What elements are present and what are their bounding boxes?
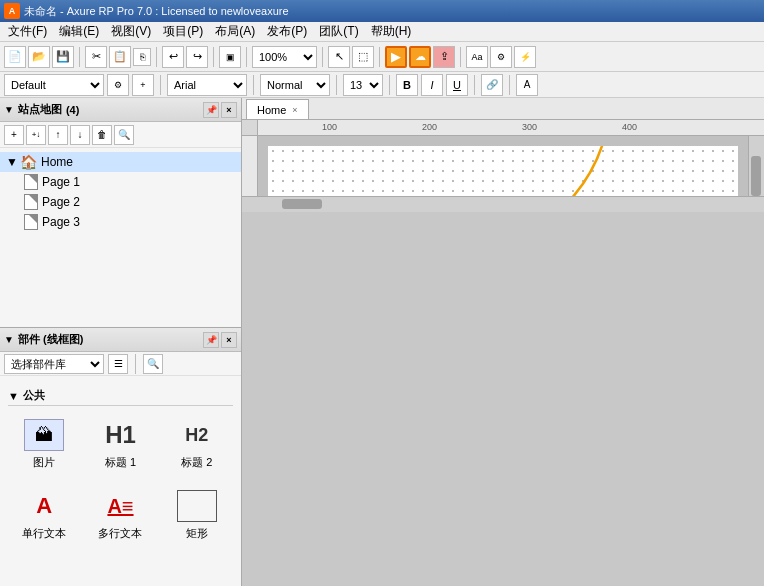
menu-edit[interactable]: 编辑(E) bbox=[53, 21, 105, 42]
sitemap-up-button[interactable]: ↑ bbox=[48, 125, 68, 145]
text-single-label: 单行文本 bbox=[22, 526, 66, 541]
size-select[interactable]: 13 bbox=[343, 74, 383, 96]
page1-label: Page 1 bbox=[42, 175, 80, 189]
menu-view[interactable]: 视图(V) bbox=[105, 21, 157, 42]
underline-button[interactable]: U bbox=[446, 74, 468, 96]
widget-panel: ▼ 部件 (线框图) 📌 × 选择部件库 ☰ 🔍 ▼ 公共 bbox=[0, 328, 241, 586]
widget-image[interactable]: 图片 bbox=[8, 410, 80, 477]
global-vars-button[interactable]: ⚙ bbox=[490, 46, 512, 68]
style-manager-button[interactable]: ⚙ bbox=[107, 74, 129, 96]
canvas-area: Home × 100 200 300 400 100 200 300 bbox=[242, 98, 764, 586]
menu-help[interactable]: 帮助(H) bbox=[365, 21, 418, 42]
widget-toolbar: 选择部件库 ☰ 🔍 bbox=[0, 352, 241, 376]
home-icon: 🏠 bbox=[20, 154, 37, 170]
sitemap-page3[interactable]: Page 3 bbox=[20, 212, 241, 232]
menu-project[interactable]: 项目(P) bbox=[157, 21, 209, 42]
rect-icon-shape bbox=[177, 490, 217, 522]
fsep4 bbox=[389, 75, 390, 95]
canvas-tab-home[interactable]: Home × bbox=[246, 99, 309, 119]
open-button[interactable]: 📂 bbox=[28, 46, 50, 68]
tab-close-icon[interactable]: × bbox=[292, 105, 297, 115]
sitemap-search-button[interactable]: 🔍 bbox=[114, 125, 134, 145]
sitemap-delete-button[interactable]: 🗑 bbox=[92, 125, 112, 145]
title-bar: A 未命名 - Axure RP Pro 7.0 : Licensed to n… bbox=[0, 0, 764, 22]
collapse-icon: ▼ bbox=[8, 390, 19, 402]
share-button[interactable]: ⇪ bbox=[433, 46, 455, 68]
font-select[interactable]: Arial bbox=[167, 74, 247, 96]
menu-layout[interactable]: 布局(A) bbox=[209, 21, 261, 42]
tab-label: Home bbox=[257, 104, 286, 116]
h-scrollbar-thumb[interactable] bbox=[282, 199, 322, 209]
menu-team[interactable]: 团队(T) bbox=[313, 21, 364, 42]
widget-search-button[interactable]: 🔍 bbox=[143, 354, 163, 374]
menu-publish[interactable]: 发布(P) bbox=[261, 21, 313, 42]
sitemap-toolbar: + +↓ ↑ ↓ 🗑 🔍 bbox=[0, 122, 241, 148]
select-button[interactable]: ⬚ bbox=[352, 46, 374, 68]
italic-button[interactable]: I bbox=[421, 74, 443, 96]
text-multi-label: 多行文本 bbox=[98, 526, 142, 541]
new-button[interactable]: 📄 bbox=[4, 46, 26, 68]
sitemap-add-child-button[interactable]: +↓ bbox=[26, 125, 46, 145]
widget-pin-icon[interactable]: 📌 bbox=[203, 332, 219, 348]
widget-collapse-arrow[interactable]: ▼ bbox=[4, 334, 14, 345]
sitemap-close-icon[interactable]: × bbox=[221, 102, 237, 118]
horizontal-scrollbar[interactable] bbox=[242, 196, 764, 212]
home-toggle[interactable]: ▼ bbox=[4, 155, 20, 169]
publish-button[interactable]: ☁ bbox=[409, 46, 431, 68]
text-multi-icon-shape: A≡ bbox=[107, 495, 133, 518]
widget-grid: ▼ 公共 图片 H1 标题 1 bbox=[0, 376, 241, 556]
widget-menu-button[interactable]: ☰ bbox=[108, 354, 128, 374]
widget-text-single[interactable]: A 单行文本 bbox=[8, 481, 80, 548]
zoom-select[interactable]: 100% bbox=[252, 46, 317, 68]
bold-button[interactable]: B bbox=[396, 74, 418, 96]
canvas[interactable]: 可以选择上传到axure公司的AxShare网站上面，会成生演示地址。 bbox=[258, 136, 748, 196]
widget-h2[interactable]: H2 标题 2 bbox=[161, 410, 233, 477]
fsep6 bbox=[509, 75, 510, 95]
save-button[interactable]: 💾 bbox=[52, 46, 74, 68]
main-toolbar: 📄 📂 💾 ✂ 📋 ⎘ ↩ ↪ ▣ 100% ↖ ⬚ ▶ ☁ ⇪ Aa ⚙ ⚡ bbox=[0, 42, 764, 72]
generate-button[interactable]: ⚡ bbox=[514, 46, 536, 68]
sitemap-page2[interactable]: Page 2 bbox=[20, 192, 241, 212]
menu-file[interactable]: 文件(F) bbox=[2, 21, 53, 42]
sitemap-down-button[interactable]: ↓ bbox=[70, 125, 90, 145]
cut-button[interactable]: ✂ bbox=[85, 46, 107, 68]
paste-button[interactable]: ⎘ bbox=[133, 48, 151, 66]
v-scrollbar-thumb[interactable] bbox=[751, 156, 761, 196]
copy-button[interactable]: 📋 bbox=[109, 46, 131, 68]
sitemap-panel: ▼ 站点地图 (4) 📌 × + +↓ ↑ ↓ 🗑 🔍 ▼ bbox=[0, 98, 241, 328]
style-select[interactable]: Default bbox=[4, 74, 104, 96]
text-multi-widget-icon: A≡ bbox=[98, 488, 142, 524]
widget-rect[interactable]: 矩形 bbox=[161, 481, 233, 548]
font-color-button[interactable]: A bbox=[516, 74, 538, 96]
text-single-widget-icon: A bbox=[22, 488, 66, 524]
undo-button[interactable]: ↩ bbox=[162, 46, 184, 68]
h1-label: 标题 1 bbox=[105, 455, 136, 470]
sitemap-home[interactable]: ▼ 🏠 Home bbox=[0, 152, 241, 172]
redo-button[interactable]: ↪ bbox=[186, 46, 208, 68]
pointer-button[interactable]: ↖ bbox=[328, 46, 350, 68]
preview-button[interactable]: ▶ bbox=[385, 46, 407, 68]
fsep5 bbox=[474, 75, 475, 95]
vertical-scrollbar[interactable] bbox=[748, 136, 764, 196]
sitemap-add-button[interactable]: + bbox=[4, 125, 24, 145]
page-button[interactable]: ▣ bbox=[219, 46, 241, 68]
sitemap-title: 站点地图 bbox=[18, 102, 62, 117]
weight-select[interactable]: Normal bbox=[260, 74, 330, 96]
sep1 bbox=[79, 47, 80, 67]
widget-close-icon[interactable]: × bbox=[221, 332, 237, 348]
canvas-main: 100 200 300 可以选择上传到axure公司的AxShare网站上面，会… bbox=[242, 136, 764, 196]
create-style-button[interactable]: + bbox=[132, 74, 154, 96]
left-panel: ▼ 站点地图 (4) 📌 × + +↓ ↑ ↓ 🗑 🔍 ▼ bbox=[0, 98, 242, 586]
image-widget-icon bbox=[22, 417, 66, 453]
widget-header-icons: 📌 × bbox=[203, 332, 237, 348]
link-button[interactable]: 🔗 bbox=[481, 74, 503, 96]
widget-style-button[interactable]: Aa bbox=[466, 46, 488, 68]
widget-text-multi[interactable]: A≡ 多行文本 bbox=[84, 481, 156, 548]
sitemap-collapse-arrow[interactable]: ▼ bbox=[4, 104, 14, 115]
library-select[interactable]: 选择部件库 bbox=[4, 354, 104, 374]
widget-h1[interactable]: H1 标题 1 bbox=[84, 410, 156, 477]
sitemap-pin-icon[interactable]: 📌 bbox=[203, 102, 219, 118]
sitemap-page1[interactable]: Page 1 bbox=[20, 172, 241, 192]
widget-header-left: ▼ 部件 (线框图) bbox=[4, 332, 83, 347]
sitemap-header-left: ▼ 站点地图 (4) bbox=[4, 102, 79, 117]
